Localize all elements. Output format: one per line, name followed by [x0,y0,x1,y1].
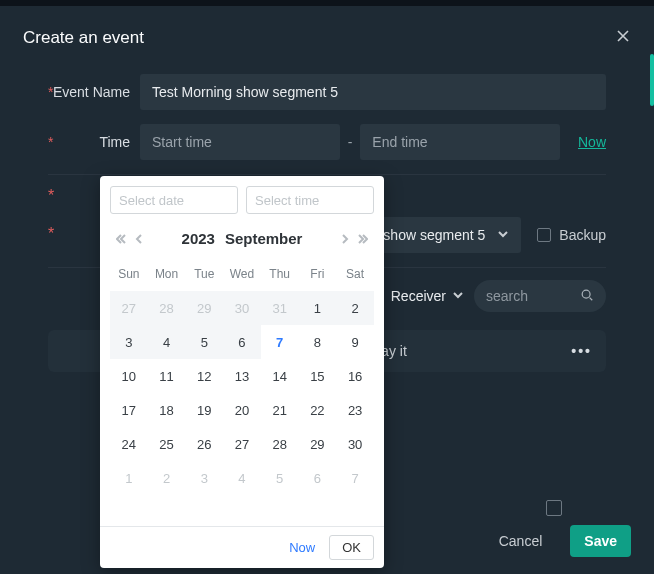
end-time-input[interactable] [360,124,560,160]
dp-day[interactable]: 14 [261,359,299,393]
dp-calendar: SunMonTueWedThuFriSat 272829303112345678… [100,253,384,526]
label-time: Time [48,134,140,150]
receiver-search[interactable]: search [474,280,606,312]
dp-day[interactable]: 23 [336,393,374,427]
row-event-name: Event Name [48,74,606,110]
time-dash: - [348,134,353,150]
dp-day[interactable]: 12 [185,359,223,393]
dp-day[interactable]: 7 [261,325,299,359]
dp-day[interactable]: 18 [148,393,186,427]
dp-day[interactable]: 5 [261,461,299,495]
close-icon [615,28,631,44]
dp-nav: 2023 September [100,220,384,253]
chevron-down-icon [452,288,464,304]
more-button[interactable]: ••• [571,343,592,359]
prev-year-button[interactable] [114,232,128,246]
time-input-group: - Now [140,124,606,160]
dp-day[interactable]: 31 [261,291,299,325]
dp-day[interactable]: 24 [110,427,148,461]
dp-day[interactable]: 6 [299,461,337,495]
dp-day[interactable]: 15 [299,359,337,393]
dp-weekday: Thu [261,261,299,291]
dp-day[interactable]: 1 [110,461,148,495]
next-year-button[interactable] [356,232,370,246]
dp-day[interactable]: 13 [223,359,261,393]
dp-day[interactable]: 22 [299,393,337,427]
dp-footer: Now OK [100,526,384,568]
dp-day[interactable]: 1 [299,291,337,325]
dp-weekday: Mon [148,261,186,291]
svg-point-0 [582,290,590,298]
dp-day[interactable]: 2 [336,291,374,325]
dp-day[interactable]: 30 [336,427,374,461]
dp-day[interactable]: 20 [223,393,261,427]
dp-day[interactable]: 9 [336,325,374,359]
dp-now-button[interactable]: Now [289,540,315,555]
dp-weekday: Tue [185,261,223,291]
date-picker: 2023 September SunMonTueWedThuFriSat 272… [100,176,384,568]
start-time-input[interactable] [140,124,340,160]
dp-day[interactable]: 10 [110,359,148,393]
receiver-controls: Receiver search [391,280,606,312]
dp-day[interactable]: 6 [223,325,261,359]
backup-option: Backup [537,227,606,243]
dp-day[interactable]: 19 [185,393,223,427]
prev-month-button[interactable] [132,232,146,246]
row-time: Time - Now [48,124,606,160]
now-link[interactable]: Now [578,134,606,150]
create-event-modal: Create an event Event Name Time - Now [0,0,654,574]
dp-day[interactable]: 30 [223,291,261,325]
dp-day[interactable]: 29 [299,427,337,461]
dp-day[interactable]: 7 [336,461,374,495]
next-month-button[interactable] [338,232,352,246]
accent-strip [650,54,654,106]
dp-day[interactable]: 28 [261,427,299,461]
dp-weekday: Wed [223,261,261,291]
dp-day[interactable]: 17 [110,393,148,427]
event-name-input[interactable] [140,74,606,110]
dp-day[interactable]: 4 [223,461,261,495]
dp-ok-button[interactable]: OK [329,535,374,560]
backup-checkbox[interactable] [537,228,551,242]
dp-day[interactable]: 29 [185,291,223,325]
dp-day[interactable]: 2 [148,461,186,495]
dp-day[interactable]: 3 [185,461,223,495]
backup-label: Backup [559,227,606,243]
dp-input-row [100,176,384,220]
modal-title: Create an event [0,6,654,48]
extra-checkbox[interactable] [546,500,562,516]
dp-day[interactable]: 25 [148,427,186,461]
search-icon [580,288,594,305]
dp-date-input[interactable] [110,186,238,214]
receiver-search-placeholder: search [486,288,528,304]
chevron-left-icon [134,234,144,244]
dp-day[interactable]: 3 [110,325,148,359]
dp-table: SunMonTueWedThuFriSat 272829303112345678… [110,261,374,495]
dp-title: 2023 September [182,230,303,247]
dp-day[interactable]: 8 [299,325,337,359]
dp-day[interactable]: 4 [148,325,186,359]
dp-year[interactable]: 2023 [182,230,215,247]
required-marker [48,187,94,207]
dp-day[interactable]: 11 [148,359,186,393]
dp-month[interactable]: September [225,230,303,247]
chevron-double-right-icon [358,234,368,244]
required-marker-2 [48,225,94,245]
save-button[interactable]: Save [570,525,631,557]
chevron-right-icon [340,234,350,244]
dp-day[interactable]: 27 [110,291,148,325]
close-button[interactable] [615,28,631,44]
dp-day[interactable]: 16 [336,359,374,393]
dp-day[interactable]: 28 [148,291,186,325]
dp-weekday: Sat [336,261,374,291]
receiver-dropdown[interactable]: Receiver [391,288,464,304]
label-event-name: Event Name [48,84,140,100]
dp-nav-next [338,232,370,246]
dp-day[interactable]: 5 [185,325,223,359]
dp-day[interactable]: 27 [223,427,261,461]
dp-day[interactable]: 26 [185,427,223,461]
dp-day[interactable]: 21 [261,393,299,427]
cancel-button[interactable]: Cancel [489,526,553,556]
dp-weekday: Fri [299,261,337,291]
dp-time-input[interactable] [246,186,374,214]
